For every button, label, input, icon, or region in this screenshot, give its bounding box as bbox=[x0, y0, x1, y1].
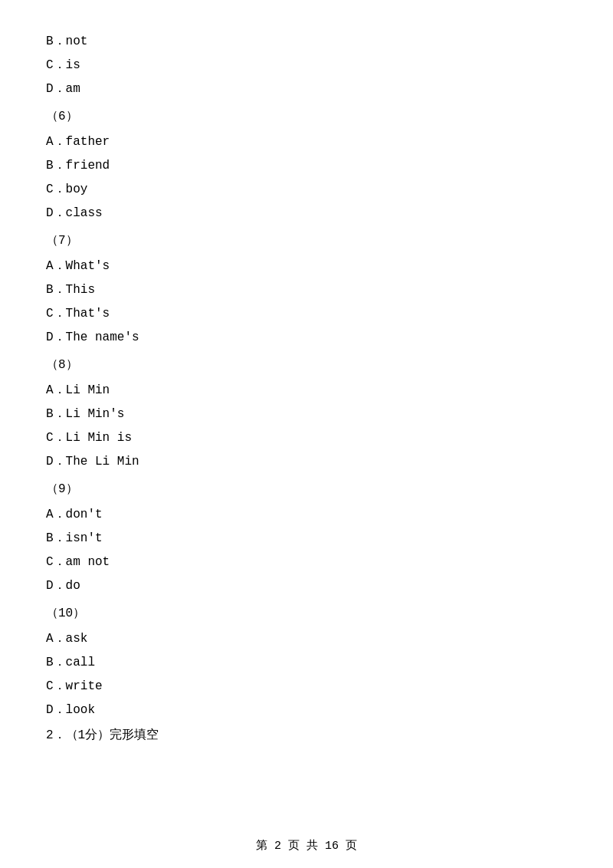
item-c-thats: C．That's bbox=[46, 303, 567, 325]
item-c-boy: C．boy bbox=[46, 179, 567, 201]
page-footer: 第 2 页 共 16 页 bbox=[0, 838, 613, 853]
item-d-thenames: D．The name's bbox=[46, 327, 567, 349]
item-a-whats: A．What's bbox=[46, 255, 567, 278]
item-c-amnot: C．am not bbox=[46, 551, 567, 574]
page-content: B．not C．is D．am （6） A．father B．friend C．… bbox=[0, 0, 613, 789]
section-2-label: 2．（1分）完形填空 bbox=[46, 727, 567, 743]
item-a-limin: A．Li Min bbox=[46, 380, 567, 402]
item-c-is: C．is bbox=[46, 54, 567, 77]
question-10: （10） bbox=[46, 603, 567, 625]
item-d-thelimin: D．The Li Min bbox=[46, 451, 567, 473]
question-7: （7） bbox=[46, 230, 567, 252]
item-c-liminis: C．Li Min is bbox=[46, 427, 567, 449]
question-8: （8） bbox=[46, 354, 567, 376]
item-d-class: D．class bbox=[46, 202, 567, 225]
item-b-limins: B．Li Min's bbox=[46, 403, 567, 426]
item-d-do: D．do bbox=[46, 575, 567, 597]
question-9: （9） bbox=[46, 478, 567, 501]
item-b-this: B．This bbox=[46, 279, 567, 301]
item-d-am: D．am bbox=[46, 78, 567, 100]
item-b-friend: B．friend bbox=[46, 155, 567, 177]
item-a-ask: A．ask bbox=[46, 628, 567, 650]
question-6: （6） bbox=[46, 106, 567, 128]
item-b-call: B．call bbox=[46, 652, 567, 674]
item-d-look: D．look bbox=[46, 699, 567, 722]
item-b-not: B．not bbox=[46, 31, 567, 53]
item-a-dont: A．don't bbox=[46, 504, 567, 526]
item-a-father: A．father bbox=[46, 131, 567, 153]
item-c-write: C．write bbox=[46, 676, 567, 698]
item-b-isnt: B．isn't bbox=[46, 528, 567, 550]
